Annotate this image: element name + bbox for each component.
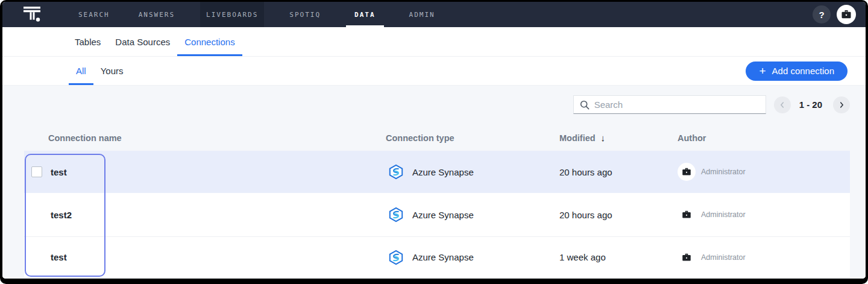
thoughtspot-logo[interactable] xyxy=(23,5,43,24)
connections-table: test Azure Synapse 20 hours ago xyxy=(24,151,850,277)
chevron-right-icon xyxy=(837,101,846,109)
row-checkbox[interactable] xyxy=(31,166,42,177)
app-window: SEARCH ANSWERS LIVEBOARDS SPOTIQ DATA AD… xyxy=(2,2,866,279)
author-cell: Administrator xyxy=(678,248,850,267)
connection-type-cell: Azure Synapse xyxy=(386,250,559,265)
azure-synapse-icon xyxy=(388,164,404,180)
table-row[interactable]: test Azure Synapse 20 hours ago xyxy=(24,151,850,193)
author-cell: Administrator xyxy=(678,206,850,224)
connection-name: test2 xyxy=(51,210,72,220)
column-header-author[interactable]: Author xyxy=(678,133,850,143)
briefcase-icon xyxy=(681,209,692,220)
sort-descending-icon: ↓ xyxy=(601,133,606,143)
search-box xyxy=(573,95,766,114)
briefcase-icon xyxy=(681,166,692,177)
connection-type-cell: Azure Synapse xyxy=(386,164,559,180)
connection-type: Azure Synapse xyxy=(412,167,474,177)
tab-tables[interactable]: Tables xyxy=(68,27,108,56)
nav-item-search[interactable]: SEARCH xyxy=(75,2,113,27)
connection-type: Azure Synapse xyxy=(412,252,474,262)
search-icon xyxy=(580,100,590,110)
modified-cell: 1 week ago xyxy=(559,252,678,262)
column-header-modified[interactable]: Modified ↓ xyxy=(559,133,678,143)
author-name: Administrator xyxy=(701,253,746,262)
connection-type: Azure Synapse xyxy=(412,210,474,220)
modified-cell: 20 hours ago xyxy=(559,167,678,177)
author-avatar xyxy=(678,163,696,181)
connection-name: test xyxy=(51,252,67,262)
search-input[interactable] xyxy=(594,99,760,110)
author-name: Administrator xyxy=(701,168,746,176)
author-avatar xyxy=(678,206,696,224)
connection-name: test xyxy=(51,167,67,177)
modified-cell: 20 hours ago xyxy=(559,210,678,220)
modified-header-label: Modified xyxy=(559,133,596,143)
author-name: Administrator xyxy=(701,210,746,219)
connection-type-cell: Azure Synapse xyxy=(386,207,559,222)
add-connection-button[interactable]: + Add connection xyxy=(746,62,848,81)
connections-content: 1 - 20 Connection name Connection type M… xyxy=(2,86,866,279)
author-avatar xyxy=(678,248,696,267)
help-button[interactable]: ? xyxy=(813,5,831,24)
briefcase-icon xyxy=(840,8,852,21)
connection-name-cell: test xyxy=(24,167,386,177)
filter-row: All Yours + Add connection xyxy=(2,57,866,86)
column-header-connection-type[interactable]: Connection type xyxy=(386,133,559,143)
thoughtspot-logo-icon xyxy=(23,5,42,24)
window-frame: SEARCH ANSWERS LIVEBOARDS SPOTIQ DATA AD… xyxy=(0,0,868,284)
next-page-button[interactable] xyxy=(833,96,850,113)
plus-icon: + xyxy=(759,65,766,77)
table-row[interactable]: test Azure Synapse 1 week ago xyxy=(24,236,850,277)
pagination: 1 - 20 xyxy=(774,96,850,113)
table-header: Connection name Connection type Modified… xyxy=(24,125,850,151)
column-header-connection-name[interactable]: Connection name xyxy=(24,133,386,143)
tab-connections[interactable]: Connections xyxy=(177,27,242,56)
nav-item-liveboards[interactable]: LIVEBOARDS xyxy=(200,2,264,27)
filter-tab-yours[interactable]: Yours xyxy=(93,57,131,85)
data-section-tabs: Tables Data Sources Connections xyxy=(2,27,866,57)
nav-item-data[interactable]: DATA xyxy=(346,2,384,27)
list-toolbar: 1 - 20 xyxy=(2,86,866,114)
connection-name-cell: test xyxy=(24,252,386,262)
azure-synapse-icon xyxy=(388,207,404,222)
filter-tab-all[interactable]: All xyxy=(69,57,93,85)
tab-data-sources[interactable]: Data Sources xyxy=(108,27,177,56)
nav-item-admin[interactable]: ADMIN xyxy=(406,2,439,27)
connection-name-cell: test2 xyxy=(24,210,386,220)
top-navbar: SEARCH ANSWERS LIVEBOARDS SPOTIQ DATA AD… xyxy=(2,2,866,27)
author-cell: Administrator xyxy=(678,163,850,181)
prev-page-button[interactable] xyxy=(774,96,791,113)
add-connection-label: Add connection xyxy=(772,66,834,76)
azure-synapse-icon xyxy=(388,250,404,265)
navbar-right: ? xyxy=(813,5,866,24)
table-row[interactable]: test2 Azure Synapse 20 hours ago xyxy=(24,193,850,236)
page-range: 1 - 20 xyxy=(799,99,822,110)
briefcase-icon xyxy=(681,252,692,263)
nav-menu: SEARCH ANSWERS LIVEBOARDS SPOTIQ DATA AD… xyxy=(75,2,439,27)
user-avatar[interactable] xyxy=(837,5,856,24)
chevron-left-icon xyxy=(778,101,787,109)
nav-item-answers[interactable]: ANSWERS xyxy=(135,2,178,27)
nav-item-spotiq[interactable]: SPOTIQ xyxy=(286,2,324,27)
